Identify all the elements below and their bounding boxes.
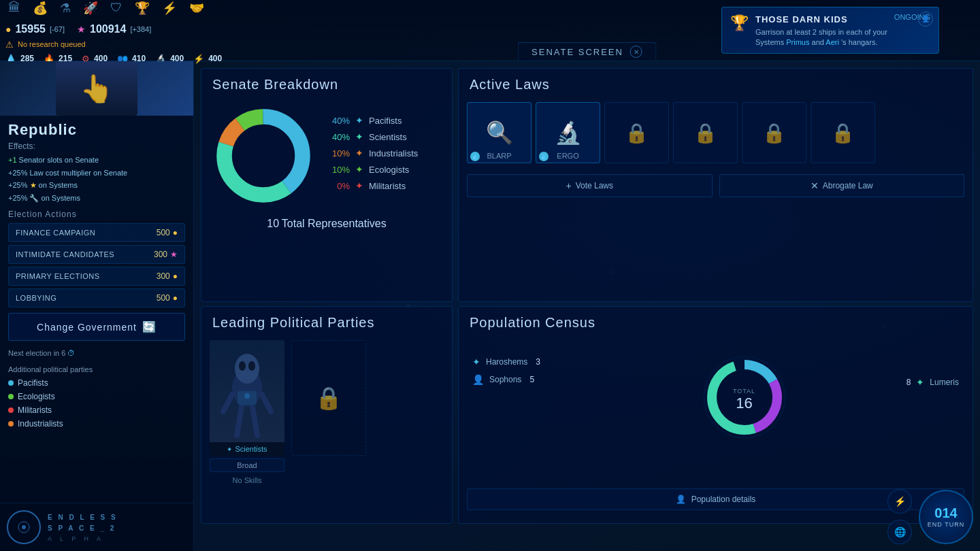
government-hand-icon: 👆	[80, 73, 114, 105]
next-election-info: Next election in 6 ⏱	[0, 346, 193, 360]
pacifist-label: Pacifists	[18, 378, 48, 388]
total-label: TOTAL	[733, 388, 755, 395]
primary-cost: 300 ●	[157, 271, 178, 281]
senate-title-bar: SENATE SCREEN ✕	[517, 42, 657, 61]
top-bar: 🏛 💰 ⚗ 🚀 🛡 🏆 ⚡ 🤝 ● 15955 [-67] ★ 100914 […	[0, 0, 980, 61]
close-senate-btn[interactable]: ✕	[630, 46, 642, 58]
law-actions: + Vote Laws ✕ Abrogate Law	[459, 170, 973, 204]
senate-breakdown-title: Senate Breakdown	[201, 69, 452, 98]
svg-point-20	[235, 354, 259, 384]
warning-icon: ⚠	[5, 39, 14, 50]
currency-change: [-67]	[50, 25, 65, 33]
secondary-btn-1[interactable]: ⚡	[887, 489, 912, 514]
law-slot-ergo[interactable]: 🔬 ERGO 💧	[536, 102, 600, 163]
nav-icon-military[interactable]: 🚀	[83, 1, 98, 16]
svg-line-23	[223, 395, 232, 412]
nav-icon-diplomacy[interactable]: 🤝	[189, 1, 204, 16]
lobbying-cost: 500 ●	[157, 293, 178, 303]
ergo-owner: 💧	[539, 152, 549, 161]
secondary-btn-2[interactable]: 🌐	[887, 520, 912, 544]
nav-icon-science[interactable]: ⚗	[60, 1, 71, 16]
scientist-icon: ✦	[355, 131, 363, 142]
nav-icon-senate[interactable]: 🏛	[8, 1, 20, 15]
nav-icon-misc[interactable]: ⚡	[162, 1, 177, 16]
vote-laws-label: Vote Laws	[576, 181, 613, 190]
government-effects-label: Effects:	[0, 141, 193, 154]
panels-top-row: Senate Breakdown	[194, 61, 980, 306]
nav-icon-achievements[interactable]: 🏆	[135, 1, 150, 16]
scientists-dot-icon: ✦	[227, 446, 232, 453]
end-turn-number: 014	[934, 506, 957, 520]
abrogate-law-btn[interactable]: ✕ Abrogate Law	[719, 174, 965, 197]
currency-icon: ●	[5, 24, 11, 35]
law-slot-blarp[interactable]: 🔍 BLARP 💧	[467, 102, 532, 163]
star-icon-1: ★	[170, 250, 178, 259]
primary-elections-label: PRIMARY ELECTIONS	[16, 272, 100, 280]
total-representatives: 10 Total Representatives	[201, 214, 452, 237]
nav-icon-empire[interactable]: 🛡	[110, 1, 122, 15]
blarp-owner: 💧	[470, 152, 480, 161]
gold-icon-3: ●	[173, 293, 178, 303]
ecologist-icon: ✦	[355, 164, 363, 175]
militarist-dot	[8, 407, 14, 413]
scientists-portrait[interactable]: ✦ Scientists	[210, 340, 284, 456]
change-gov-label: Change Government	[37, 322, 137, 333]
nav-icons-row: 🏛 💰 ⚗ 🚀 🛡 🏆 ⚡ 🤝	[0, 0, 194, 21]
finance-campaign-btn[interactable]: FINANCE CAMPAIGN 500 ●	[8, 223, 185, 242]
election-actions-label: Election Actions	[8, 210, 185, 219]
industrialist-dot	[8, 421, 14, 427]
pct-ecologists: 10%	[328, 165, 350, 175]
vote-plus-icon: +	[566, 180, 571, 191]
gov-effect-3: +25% ★ on Systems	[0, 179, 193, 192]
gov-effect-1: +1 Senator slots on Senate	[0, 154, 193, 167]
scientists-name: ✦ Scientists	[210, 442, 284, 456]
scientists-tag: Broad	[210, 458, 284, 472]
es2-circle-logo	[7, 510, 41, 544]
party-lock-icon: 🔒	[315, 385, 342, 411]
militarist-label: Militarists	[18, 405, 52, 415]
change-government-btn[interactable]: Change Government 🔄	[8, 313, 185, 341]
total-population: 16	[733, 396, 755, 411]
pacifist-icon: ✦	[355, 115, 363, 126]
no-skills-label: No Skills	[210, 472, 284, 488]
notification-profile-btn[interactable]: 👤	[918, 12, 933, 27]
legend-ecologists: 10% ✦ Ecologists	[328, 164, 441, 175]
gov-effect-2: +25% Law cost multiplier on Senate	[0, 167, 193, 180]
lumeris-dot: ✦	[916, 377, 924, 388]
population-donut: TOTAL 16	[697, 350, 792, 445]
legend-industrialists-name: Industrialists	[369, 148, 418, 158]
militarist-icon-legend: ✦	[355, 180, 363, 191]
lumeris-val: 8	[906, 378, 911, 387]
vote-laws-btn[interactable]: + Vote Laws	[467, 174, 713, 197]
gold-icon-1: ●	[173, 228, 178, 237]
svg-point-28	[244, 393, 250, 399]
primary-elections-btn[interactable]: PRIMARY ELECTIONS 300 ●	[8, 267, 185, 286]
legend-industrialists: 10% ✦ Industrialists	[328, 148, 441, 158]
legend-militarists-name: Militarists	[369, 181, 406, 191]
senate-donut-chart	[212, 105, 314, 207]
end-turn-btn[interactable]: 014 END TURN	[919, 490, 973, 544]
intimidate-candidates-btn[interactable]: INTIMIDATE CANDIDATES 300 ★	[8, 245, 185, 264]
gold-icon-2: ●	[173, 271, 178, 281]
leading-parties-panel: Leading Political Parties	[201, 306, 453, 524]
locked-party-slot: 🔒	[291, 340, 366, 456]
legend-scientists: 40% ✦ Scientists	[328, 131, 441, 142]
nav-icon-finance[interactable]: 💰	[33, 1, 48, 16]
government-image: 👆	[0, 61, 193, 116]
election-section: Election Actions FINANCE CAMPAIGN 500 ● …	[0, 204, 193, 307]
abrogate-x-icon: ✕	[811, 180, 819, 191]
top-bar-left: 🏛 💰 ⚗ 🚀 🛡 🏆 ⚡ 🤝 ● 15955 [-67] ★ 100914 […	[0, 0, 194, 66]
sophons-legend: 👤 Sophons 5	[472, 374, 540, 385]
donut-svg	[212, 105, 314, 207]
svg-line-26	[252, 407, 257, 435]
leading-parties-title: Leading Political Parties	[201, 307, 452, 336]
industrialist-icon: ✦	[355, 148, 363, 158]
party-item-ecologists: Ecologists	[0, 390, 193, 403]
pop-details-icon: 👤	[676, 495, 686, 504]
government-image-inner: 👆	[56, 61, 137, 116]
senate-breakdown-panel: Senate Breakdown	[201, 68, 453, 302]
census-right-legend: 8 ✦ Lumeris	[904, 377, 959, 395]
svg-line-25	[237, 407, 242, 435]
additional-parties-label: Additional political parties	[0, 360, 193, 376]
lobbying-btn[interactable]: LOBBYING 500 ●	[8, 288, 185, 307]
